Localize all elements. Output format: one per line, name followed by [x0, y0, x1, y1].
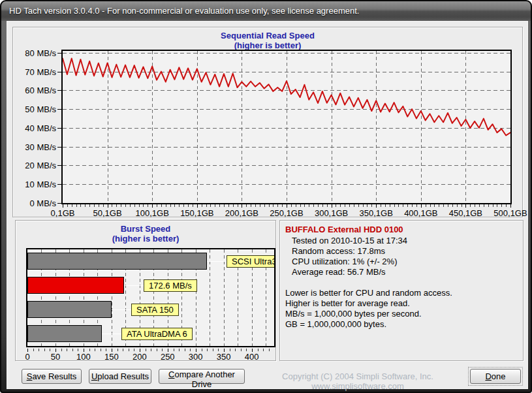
seq-x-tick-mark [242, 204, 242, 208]
save-results-button[interactable]: Save Results [22, 369, 82, 384]
sequential-read-line [63, 59, 510, 136]
seq-y-tick-label: 10 MB/s [16, 180, 56, 189]
sequential-read-line-svg [63, 51, 510, 203]
sequential-read-chart [61, 50, 512, 204]
burst-vgridline-350 [224, 249, 225, 346]
seq-x-tick-mark [421, 204, 422, 208]
burst-bar-label: SATA 150 [131, 304, 179, 316]
seq-chart-title: Sequential Read Speed [13, 31, 522, 40]
drive-stat-line: CPU utilization: 1% (+/- 2%) [285, 257, 519, 267]
burst-chart-title: Burst Speed [16, 224, 275, 234]
seq-x-tick-mark [287, 204, 287, 208]
seq-y-tick-label: 50 MB/s [16, 104, 56, 114]
drive-stat-line: Random access: 17.8ms [285, 246, 519, 257]
seq-y-tick-mark [57, 128, 63, 129]
seq-y-tick-mark [57, 165, 63, 166]
app-window: HD Tach version 3.0.4.0 - For non-commer… [0, 0, 532, 393]
done-button-focus-ring: Done [468, 367, 523, 386]
seq-x-tick-mark [152, 204, 153, 208]
sequential-read-panel: Sequential Read Speed (higher is better)… [12, 27, 523, 217]
burst-bar-label: ATA UltraDMA 6 [121, 328, 193, 340]
seq-x-tick-label: 350,1GB [355, 208, 397, 218]
burst-bar-label: SCSI Ultra320 [227, 255, 275, 268]
seq-x-tick-label: 450,1GB [445, 208, 486, 218]
burst-x-minor-ticks [27, 349, 274, 351]
seq-x-tick-label: 0,1GB [42, 208, 84, 218]
seq-y-tick-label: 0 MB/s [16, 198, 56, 208]
seq-y-tick-mark [57, 109, 63, 110]
burst-x-tick-label: 400 [231, 352, 273, 362]
info-spacer [285, 277, 519, 288]
seq-x-tick-label: 50,1GB [87, 208, 129, 218]
seq-x-tick-mark [63, 204, 63, 208]
seq-x-tick-label: 500,1GB [490, 208, 531, 218]
burst-bar-2 [27, 277, 124, 294]
seq-y-tick-mark [57, 203, 63, 204]
copyright-text: Copyright (C) 2004 Simpli Software, Inc.… [250, 371, 465, 391]
burst-bar-leader [124, 285, 144, 286]
seq-x-tick-label: 200,1GB [221, 208, 262, 218]
info-note-line: Lower is better for CPU and random acces… [285, 288, 519, 298]
seq-y-tick-label: 70 MB/s [16, 67, 56, 77]
seq-x-tick-label: 400,1GB [400, 208, 442, 218]
done-button[interactable]: Done [470, 369, 521, 384]
info-note-line: GB = 1,000,000,000 bytes. [285, 319, 519, 330]
seq-x-tick-label: 100,1GB [131, 208, 173, 218]
burst-speed-panel: Burst Speed (higher is better) SCSI Ultr… [15, 220, 276, 361]
seq-x-tick-label: 300,1GB [311, 208, 352, 218]
burst-bar-leader [112, 309, 131, 310]
window-title: HD Tach version 3.0.4.0 - For non-commer… [9, 6, 359, 16]
info-note-line: Higher is better for average read. [285, 298, 519, 309]
accelerator-letter: S [27, 371, 33, 381]
seq-x-tick-mark [510, 204, 511, 208]
burst-bar-4 [27, 325, 102, 342]
seq-x-tick-mark [332, 204, 332, 208]
compare-another-drive-button[interactable]: Compare Another Drive [159, 369, 245, 384]
seq-x-tick-mark [465, 204, 466, 208]
drive-stat-line: Tested on 2010-10-15 at 17:34 [285, 236, 519, 246]
seq-y-tick-mark [57, 147, 63, 148]
seq-y-tick-mark [57, 72, 63, 72]
drive-info-text: BUFFALO External HDD 0100 Tested on 2010… [285, 225, 519, 330]
seq-y-tick-mark [57, 184, 63, 185]
accelerator-letter: C [168, 369, 174, 379]
drive-name: BUFFALO External HDD 0100 [285, 225, 519, 235]
accelerator-letter: U [91, 371, 97, 381]
burst-speed-chart: SCSI Ultra320172.6 MB/sSATA 150ATA Ultra… [26, 248, 275, 347]
burst-bar-3 [27, 301, 112, 318]
client-area: Sequential Read Speed (higher is better)… [7, 21, 528, 389]
drive-stats: Tested on 2010-10-15 at 17:34Random acce… [285, 236, 519, 277]
burst-vgridline-325 [210, 249, 210, 346]
burst-bar-1 [27, 253, 207, 270]
seq-y-tick-mark [57, 53, 63, 54]
seq-y-tick-label: 20 MB/s [16, 161, 56, 170]
drive-stat-line: Average read: 56.7 MB/s [285, 267, 519, 277]
seq-x-tick-mark [197, 204, 198, 208]
info-notes: Lower is better for CPU and random acces… [285, 288, 519, 330]
seq-y-tick-label: 40 MB/s [16, 123, 56, 133]
seq-y-tick-label: 60 MB/s [16, 86, 56, 95]
info-note-line: MB/s = 1,000,000 bytes per second. [285, 309, 519, 319]
seq-x-tick-label: 150,1GB [176, 208, 218, 218]
seq-x-tick-mark [376, 204, 377, 208]
seq-chart-subtitle: (higher is better) [13, 40, 522, 50]
seq-x-tick-mark [108, 204, 108, 208]
burst-chart-subtitle: (higher is better) [16, 234, 275, 244]
burst-bar-label: 172.6 MB/s [144, 279, 197, 292]
accelerator-letter: D [485, 371, 491, 381]
seq-x-tick-label: 250,1GB [266, 208, 307, 218]
seq-y-tick-label: 30 MB/s [16, 142, 56, 152]
seq-y-tick-label: 80 MB/s [16, 48, 56, 58]
seq-y-tick-mark [57, 90, 63, 91]
window-titlebar[interactable]: HD Tach version 3.0.4.0 - For non-commer… [1, 1, 531, 21]
upload-results-button[interactable]: Upload Results [89, 369, 151, 384]
burst-bar-leader [207, 261, 227, 262]
burst-bar-leader [102, 334, 121, 334]
drive-info-panel: BUFFALO External HDD 0100 Tested on 2010… [279, 220, 524, 361]
